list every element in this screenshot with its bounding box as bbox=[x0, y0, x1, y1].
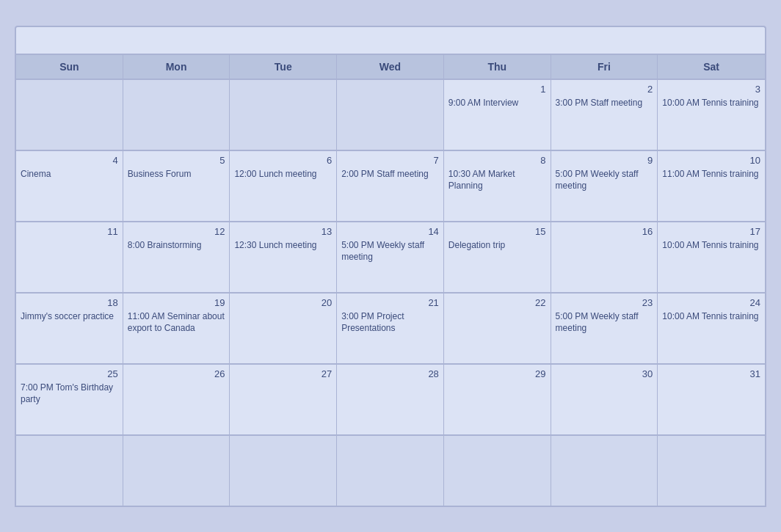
day-cell bbox=[337, 80, 444, 150]
calendar-grid: SunMonTueWedThuFriSat 19:00 AM Interview… bbox=[15, 54, 766, 507]
day-cell: 11 bbox=[16, 222, 123, 292]
day-header: Thu bbox=[444, 55, 551, 79]
day-number: 30 bbox=[556, 368, 653, 379]
day-number: 12 bbox=[128, 226, 225, 237]
day-cell: 26 bbox=[123, 365, 230, 434]
day-number: 28 bbox=[341, 368, 439, 379]
week-row: 4Cinema5Business Forum612:00 Lunch meeti… bbox=[16, 151, 765, 222]
day-cell bbox=[551, 436, 658, 506]
day-event: 9:00 AM Interview bbox=[448, 97, 546, 109]
day-number: 9 bbox=[556, 155, 653, 166]
day-cell: 22 bbox=[444, 294, 551, 363]
day-event: 12:30 Lunch meeting bbox=[234, 239, 332, 252]
day-cell bbox=[16, 436, 123, 506]
day-number: 8 bbox=[448, 155, 546, 166]
day-cell bbox=[123, 80, 230, 150]
day-cell: 1312:30 Lunch meeting bbox=[230, 222, 337, 292]
day-cell bbox=[123, 436, 230, 506]
day-event: 5:00 PM Weekly staff meeting bbox=[341, 239, 439, 264]
day-cell bbox=[658, 436, 765, 506]
day-number: 18 bbox=[21, 297, 118, 308]
day-header: Fri bbox=[551, 55, 658, 79]
day-number: 25 bbox=[21, 368, 118, 379]
day-number: 20 bbox=[234, 297, 332, 308]
week-row: 18Jimmy's soccer practice1911:00 AM Semi… bbox=[16, 294, 765, 365]
day-number: 3 bbox=[662, 84, 760, 95]
day-cell: 128:00 Brainstorming bbox=[123, 222, 230, 292]
day-cell: 29 bbox=[444, 365, 551, 434]
day-header: Wed bbox=[337, 55, 444, 79]
day-number: 17 bbox=[662, 226, 760, 237]
day-event: 8:00 Brainstorming bbox=[128, 239, 225, 252]
day-cell: 145:00 PM Weekly staff meeting bbox=[337, 222, 444, 292]
day-event: Jimmy's soccer practice bbox=[21, 310, 118, 323]
day-cell: 27 bbox=[230, 365, 337, 434]
day-cell: 18Jimmy's soccer practice bbox=[16, 294, 123, 363]
day-cell: 612:00 Lunch meeting bbox=[230, 151, 337, 221]
day-cell: 16 bbox=[551, 222, 658, 292]
day-cell: 810:30 AM Market Planning bbox=[444, 151, 551, 221]
calendar-title bbox=[15, 26, 766, 54]
day-cell: 95:00 PM Weekly staff meeting bbox=[551, 151, 658, 221]
day-number: 7 bbox=[341, 155, 439, 166]
day-event: 3:00 PM Staff meeting bbox=[556, 97, 653, 109]
day-event: Cinema bbox=[21, 168, 118, 181]
day-number: 21 bbox=[341, 297, 439, 308]
day-cell: 1911:00 AM Seminar about export to Canad… bbox=[123, 294, 230, 363]
day-number: 23 bbox=[556, 297, 653, 308]
day-event: 11:00 AM Tennis training bbox=[662, 168, 760, 181]
day-event: 11:00 AM Seminar about export to Canada bbox=[128, 310, 225, 335]
day-number: 10 bbox=[662, 155, 760, 166]
day-cell: 31 bbox=[658, 365, 765, 434]
day-cell: 2410:00 AM Tennis training bbox=[658, 294, 765, 363]
day-header: Sat bbox=[658, 55, 765, 79]
day-header: Sun bbox=[16, 55, 123, 79]
day-cell: 5Business Forum bbox=[123, 151, 230, 221]
day-headers-row: SunMonTueWedThuFriSat bbox=[16, 55, 765, 80]
day-event: 12:00 Lunch meeting bbox=[234, 168, 332, 181]
day-event: 5:00 PM Weekly staff meeting bbox=[556, 310, 653, 335]
day-cell: 1011:00 AM Tennis training bbox=[658, 151, 765, 221]
day-header: Tue bbox=[230, 55, 337, 79]
day-event: 10:00 AM Tennis training bbox=[662, 310, 760, 323]
day-cell: 15Delegation trip bbox=[444, 222, 551, 292]
day-cell: 23:00 PM Staff meeting bbox=[551, 80, 658, 150]
day-cell: 310:00 AM Tennis training bbox=[658, 80, 765, 150]
day-number: 16 bbox=[556, 226, 653, 237]
week-row: 19:00 AM Interview23:00 PM Staff meeting… bbox=[16, 80, 765, 151]
day-number: 2 bbox=[556, 84, 653, 95]
day-cell bbox=[230, 436, 337, 506]
day-number: 1 bbox=[448, 84, 546, 95]
day-number: 22 bbox=[448, 297, 546, 308]
day-cell bbox=[16, 80, 123, 150]
day-event: 3:00 PM Project Presentations bbox=[341, 310, 439, 335]
week-row: 257:00 PM Tom's Birthday party2627282930… bbox=[16, 365, 765, 436]
day-cell: 257:00 PM Tom's Birthday party bbox=[16, 365, 123, 434]
day-event: 2:00 PM Staff meeting bbox=[341, 168, 439, 181]
day-cell: 213:00 PM Project Presentations bbox=[337, 294, 444, 363]
day-number: 11 bbox=[21, 226, 118, 237]
day-cell: 28 bbox=[337, 365, 444, 434]
day-number: 14 bbox=[341, 226, 439, 237]
day-event: 5:00 PM Weekly staff meeting bbox=[556, 168, 653, 193]
day-cell: 1710:00 AM Tennis training bbox=[658, 222, 765, 292]
day-event: 10:00 AM Tennis training bbox=[662, 239, 760, 252]
day-event: Business Forum bbox=[128, 168, 225, 181]
day-cell: 72:00 PM Staff meeting bbox=[337, 151, 444, 221]
day-cell: 30 bbox=[551, 365, 658, 434]
day-number: 19 bbox=[128, 297, 225, 308]
week-row: 11128:00 Brainstorming1312:30 Lunch meet… bbox=[16, 222, 765, 294]
day-event: 10:30 AM Market Planning bbox=[448, 168, 546, 193]
day-header: Mon bbox=[123, 55, 230, 79]
weeks-container: 19:00 AM Interview23:00 PM Staff meeting… bbox=[16, 80, 765, 506]
day-cell: 20 bbox=[230, 294, 337, 363]
day-number: 13 bbox=[234, 226, 332, 237]
day-number: 31 bbox=[662, 368, 760, 379]
day-event: 7:00 PM Tom's Birthday party bbox=[21, 382, 118, 407]
day-number: 24 bbox=[662, 297, 760, 308]
day-cell: 19:00 AM Interview bbox=[444, 80, 551, 150]
day-number: 6 bbox=[234, 155, 332, 166]
day-cell: 4Cinema bbox=[16, 151, 123, 221]
day-cell bbox=[230, 80, 337, 150]
day-number: 5 bbox=[128, 155, 225, 166]
